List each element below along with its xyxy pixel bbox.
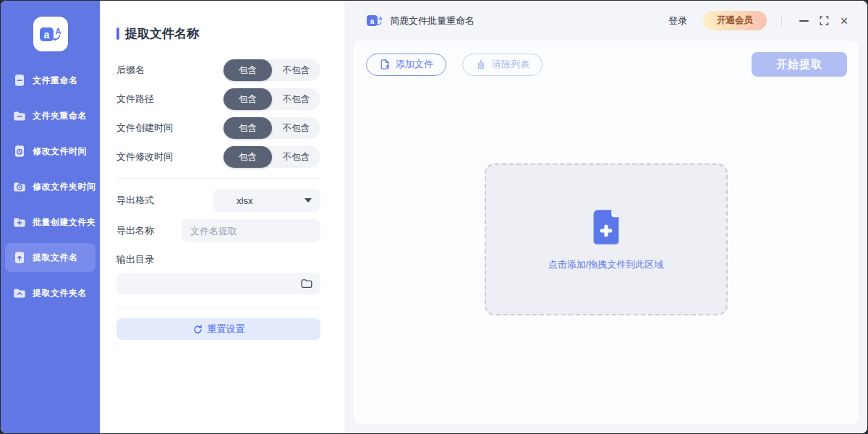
output-dir-input[interactable] bbox=[116, 273, 320, 294]
include-option[interactable]: 包含 bbox=[224, 146, 272, 168]
workspace-card: 添加文件 清除列表 开始提取 bbox=[353, 41, 859, 425]
sidebar-nav: 文件重命名文件夹重命名修改文件时间修改文件夹时间批量创建文件夹提取文件名提取文件… bbox=[1, 66, 100, 314]
sidebar: a A 文件重命名文件夹重命名修改文件时间修改文件夹时间批量创建文件夹提取文件名… bbox=[1, 1, 100, 433]
sidebar-item-6[interactable]: 提取文件名 bbox=[5, 243, 95, 272]
include-toggle: 包含不包含 bbox=[224, 88, 320, 110]
svg-text:A: A bbox=[378, 15, 383, 22]
panel-title: 提取文件名称 bbox=[116, 25, 320, 42]
include-option[interactable]: 包含 bbox=[224, 88, 272, 110]
toggle-row-label: 文件创建时间 bbox=[116, 122, 173, 135]
titlebar-divider bbox=[781, 15, 782, 27]
app-mini-logo-icon: a A bbox=[366, 13, 383, 29]
toggle-row-label: 文件修改时间 bbox=[116, 150, 173, 163]
toggle-row-label: 后缀名 bbox=[116, 64, 145, 77]
login-link[interactable]: 登录 bbox=[668, 14, 687, 27]
toggle-row-2: 文件路径包含不包含 bbox=[116, 88, 320, 110]
export-name-input[interactable] bbox=[182, 219, 320, 242]
folder-upload-icon bbox=[12, 286, 27, 300]
browse-folder-icon[interactable] bbox=[300, 277, 313, 290]
output-dir-block: 输出目录 bbox=[116, 252, 320, 294]
clear-list-label: 清除列表 bbox=[492, 58, 529, 71]
maximize-icon bbox=[820, 16, 829, 25]
title-accent-bar bbox=[116, 27, 119, 40]
sidebar-item-2[interactable]: 文件夹重命名 bbox=[5, 101, 95, 130]
export-format-label: 导出格式 bbox=[116, 194, 154, 207]
dropzone-hint-text: 点击添加/拖拽文件到此区域 bbox=[548, 258, 664, 271]
exclude-option[interactable]: 不包含 bbox=[272, 117, 320, 139]
close-icon: × bbox=[841, 14, 848, 27]
folder-clock-icon bbox=[12, 179, 27, 194]
app-window: a A 文件重命名文件夹重命名修改文件时间修改文件夹时间批量创建文件夹提取文件名… bbox=[0, 0, 868, 434]
folder-plus-icon bbox=[12, 215, 27, 229]
sidebar-item-3[interactable]: 修改文件时间 bbox=[5, 137, 95, 166]
add-files-label: 添加文件 bbox=[396, 58, 433, 71]
file-rename-icon bbox=[12, 73, 27, 88]
exclude-option[interactable]: 不包含 bbox=[272, 59, 320, 81]
sidebar-item-label: 批量创建文件夹 bbox=[33, 216, 96, 229]
clear-list-button[interactable]: 清除列表 bbox=[462, 54, 542, 76]
svg-text:A: A bbox=[55, 27, 61, 35]
toggle-row-1: 后缀名包含不包含 bbox=[116, 59, 320, 81]
reset-settings-button[interactable]: 重置设置 bbox=[116, 318, 320, 340]
output-dir-field bbox=[116, 273, 320, 294]
export-name-label: 导出名称 bbox=[116, 224, 154, 237]
main-panel: a A 简鹿文件批量重命名 登录 开通会员 × bbox=[344, 1, 867, 433]
file-upload-icon bbox=[12, 250, 27, 265]
divider bbox=[116, 178, 320, 179]
titlebar: a A 简鹿文件批量重命名 登录 开通会员 × bbox=[344, 1, 867, 41]
dropdown-caret-icon bbox=[305, 198, 312, 203]
start-extract-button[interactable]: 开始提取 bbox=[752, 52, 847, 77]
file-dropzone[interactable]: 点击添加/拖拽文件到此区域 bbox=[485, 163, 728, 315]
export-format-value: xlsx bbox=[237, 195, 252, 206]
sidebar-item-4[interactable]: 修改文件夹时间 bbox=[5, 172, 95, 201]
output-dir-label: 输出目录 bbox=[116, 254, 154, 265]
add-file-icon bbox=[379, 59, 391, 70]
sidebar-item-label: 修改文件时间 bbox=[33, 145, 87, 158]
sidebar-item-label: 修改文件夹时间 bbox=[33, 181, 96, 193]
toolbar: 添加文件 清除列表 开始提取 bbox=[353, 41, 859, 77]
include-option[interactable]: 包含 bbox=[224, 59, 272, 81]
toggle-row-3: 文件创建时间包含不包含 bbox=[116, 117, 320, 139]
sidebar-item-label: 提取文件名 bbox=[33, 252, 78, 264]
sidebar-item-label: 文件夹重命名 bbox=[33, 110, 87, 122]
toggle-row-label: 文件路径 bbox=[116, 93, 154, 106]
reset-settings-label: 重置设置 bbox=[208, 323, 245, 336]
close-button[interactable]: × bbox=[834, 11, 854, 31]
panel-title-text: 提取文件名称 bbox=[125, 25, 199, 42]
app-title: 简鹿文件批量重命名 bbox=[390, 14, 475, 27]
include-toggle: 包含不包含 bbox=[224, 59, 320, 81]
svg-text:a: a bbox=[43, 29, 49, 41]
toggle-row-4: 文件修改时间包含不包含 bbox=[116, 146, 320, 168]
export-name-row: 导出名称 bbox=[116, 219, 320, 242]
sidebar-item-7[interactable]: 提取文件夹名 bbox=[5, 278, 95, 307]
clear-list-icon bbox=[475, 59, 487, 70]
svg-text:a: a bbox=[370, 17, 375, 25]
include-option[interactable]: 包含 bbox=[224, 117, 272, 139]
dropzone-file-icon bbox=[590, 208, 622, 246]
include-toggle: 包含不包含 bbox=[224, 146, 320, 168]
exclude-option[interactable]: 不包含 bbox=[272, 146, 320, 168]
minimize-button[interactable] bbox=[793, 11, 814, 31]
logo-container: a A bbox=[1, 1, 100, 66]
folder-rename-icon bbox=[12, 109, 27, 123]
export-format-select[interactable]: xlsx bbox=[213, 189, 320, 212]
minimize-icon bbox=[799, 20, 809, 22]
app-logo-icon: a A bbox=[33, 17, 68, 51]
sidebar-item-label: 提取文件夹名 bbox=[33, 287, 87, 299]
add-files-button[interactable]: 添加文件 bbox=[366, 54, 446, 76]
export-format-row: 导出格式 xlsx bbox=[116, 189, 320, 212]
membership-button[interactable]: 开通会员 bbox=[703, 11, 767, 30]
maximize-button[interactable] bbox=[814, 11, 834, 31]
sidebar-item-5[interactable]: 批量创建文件夹 bbox=[5, 208, 95, 237]
exclude-option[interactable]: 不包含 bbox=[272, 88, 320, 110]
include-toggle: 包含不包含 bbox=[224, 117, 320, 139]
divider bbox=[116, 307, 320, 308]
file-clock-icon bbox=[12, 144, 27, 158]
sidebar-item-label: 文件重命名 bbox=[33, 75, 78, 87]
toggle-rows: 后缀名包含不包含文件路径包含不包含文件创建时间包含不包含文件修改时间包含不包含 bbox=[116, 59, 320, 168]
sidebar-item-1[interactable]: 文件重命名 bbox=[5, 66, 95, 95]
settings-panel: 提取文件名称 后缀名包含不包含文件路径包含不包含文件创建时间包含不包含文件修改时… bbox=[100, 1, 344, 433]
reset-icon bbox=[192, 324, 203, 335]
